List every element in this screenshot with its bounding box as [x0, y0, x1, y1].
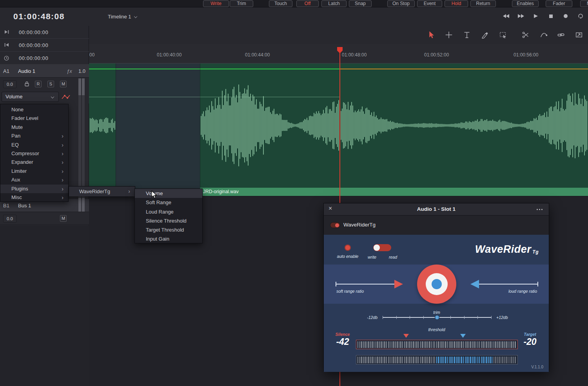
ruler-tick: 01:00:40:00 — [157, 52, 181, 58]
trim-slider[interactable] — [383, 315, 492, 320]
threshold-meter[interactable] — [356, 340, 518, 349]
trim-label: trim — [417, 310, 456, 315]
automation-param-row: Volume — [0, 91, 89, 103]
razor-tool-button[interactable] — [461, 29, 473, 41]
range-select-tool-button[interactable] — [497, 29, 509, 41]
automation-off-button[interactable]: Off — [296, 0, 319, 7]
auto-enable-button[interactable] — [345, 245, 351, 251]
position-lock-tool-button[interactable] — [573, 29, 585, 41]
automation-event-button[interactable]: Event — [417, 0, 442, 7]
menu-item-soft-range[interactable]: Soft Range — [135, 198, 202, 207]
pen-tool-button[interactable] — [479, 29, 491, 41]
record-arm-button[interactable]: R — [35, 81, 42, 87]
link-tool-button[interactable] — [555, 29, 567, 41]
menu-item-misc[interactable]: Misc — [0, 193, 68, 202]
bus-level-field[interactable]: 0.0 — [3, 215, 16, 223]
loud-range-ratio-label: loud range ratio — [508, 289, 537, 294]
play-button[interactable] — [532, 13, 540, 19]
timecode-row: 00:00:00:00 — [0, 52, 89, 65]
automation-touch-button[interactable]: Touch — [269, 0, 292, 7]
playhead-marker[interactable] — [337, 47, 343, 53]
track-gain-value: 1.0 — [78, 68, 85, 74]
loud-range-line — [479, 284, 538, 285]
menu-item-limiter[interactable]: Limiter — [0, 167, 68, 176]
fast-forward-button[interactable] — [517, 13, 525, 19]
menu-item-silence-threshold[interactable]: Silence Threshold — [135, 216, 202, 225]
waverider-submenu: Volume Soft Range Loud Range Silence Thr… — [134, 188, 203, 243]
automation-line-written[interactable] — [89, 69, 340, 69]
timeline-selector-label: Timeline 1 — [108, 14, 131, 20]
automation-mute-button[interactable]: M — [580, 0, 588, 7]
automation-latch-button[interactable]: Latch — [321, 0, 347, 7]
menu-item-plugins[interactable]: Plugins — [0, 185, 68, 193]
menu-item-none[interactable]: None — [0, 105, 68, 114]
automation-curve-tool-button[interactable] — [538, 29, 550, 41]
mute-button[interactable]: M — [60, 81, 67, 87]
menu-item-fader-level[interactable]: Fader Level — [0, 114, 68, 123]
bus-mute-button[interactable]: M — [60, 215, 67, 222]
write-read-toggle[interactable] — [373, 244, 391, 251]
automation-snap-button[interactable]: Snap — [349, 0, 372, 7]
scissors-tool-button[interactable] — [520, 29, 532, 41]
pointer-tool-button[interactable] — [425, 29, 437, 41]
menu-item-expander[interactable]: Expander — [0, 158, 68, 167]
automation-fader-button[interactable]: Fader — [546, 0, 572, 7]
plugin-window-titlebar[interactable]: × Audio 1 - Slot 1 — [324, 203, 549, 216]
automation-line-pending[interactable] — [340, 69, 588, 69]
automation-curve-icon[interactable] — [61, 94, 71, 100]
ruler-tick: 01:00:52:00 — [424, 52, 449, 58]
stop-button[interactable] — [546, 13, 555, 19]
clock-icon[interactable] — [4, 56, 9, 61]
skip-to-start-icon[interactable] — [4, 43, 9, 47]
loud-range-tick — [537, 282, 538, 286]
soft-range-handle[interactable] — [394, 280, 403, 288]
automation-trim-button[interactable]: Trim — [230, 0, 253, 7]
automation-parameter-menu: None Fader Level Mute Pan EQ Compressor … — [0, 104, 69, 202]
target-threshold-marker[interactable] — [460, 334, 466, 338]
menu-item-loud-range[interactable]: Loud Range — [135, 207, 202, 216]
menu-item-target-threshold[interactable]: Target Threshold — [135, 225, 202, 234]
bus-name: Bus 1 — [18, 203, 31, 208]
window-options-icon[interactable] — [537, 209, 543, 210]
automation-return-button[interactable]: Return — [470, 0, 496, 7]
automation-parameter-select[interactable]: Volume — [2, 92, 59, 102]
bus-controls-row: 0.0 M — [0, 212, 89, 225]
menu-item-aux[interactable]: Aux — [0, 176, 68, 184]
ruler-tick: 01:00:56:00 — [514, 52, 538, 58]
trim-tool-button[interactable] — [443, 29, 455, 41]
plugin-version: V.1.1.0 — [531, 365, 543, 369]
clip-name-bar[interactable]: JRD-original.wav — [200, 188, 588, 196]
menu-item-volume[interactable]: Volume — [135, 189, 202, 198]
menu-item-waveridertg[interactable]: WaveRiderTg — [69, 187, 135, 196]
rewind-button[interactable] — [502, 13, 510, 19]
silence-threshold-marker[interactable] — [403, 334, 409, 338]
menu-item-compressor[interactable]: Compressor — [0, 149, 68, 158]
automation-onstop-button[interactable]: On Stop — [387, 0, 415, 7]
track-name: Audio 1 — [18, 68, 35, 74]
plugin-bypass-toggle[interactable] — [330, 222, 340, 228]
lock-icon[interactable] — [24, 81, 29, 87]
range-ratio-panel: soft range ratio loud range ratio — [324, 265, 549, 304]
solo-button[interactable]: S — [47, 81, 54, 87]
edit-tools-row — [89, 26, 588, 44]
timeline-selector[interactable]: Timeline 1 — [108, 14, 137, 20]
volume-automation-curve[interactable] — [89, 97, 340, 97]
track-header-audio1[interactable]: A1 Audio 1 ƒx 1.0 — [0, 65, 89, 78]
target-ring[interactable] — [417, 265, 456, 304]
chevron-down-icon — [134, 15, 137, 18]
skip-to-end-icon[interactable] — [4, 30, 9, 34]
track-id: A1 — [3, 68, 9, 74]
loud-range-handle[interactable] — [470, 280, 479, 288]
automation-write-button[interactable]: Write — [203, 0, 229, 7]
menu-item-eq[interactable]: EQ — [0, 141, 68, 149]
menu-item-pan[interactable]: Pan — [0, 132, 68, 140]
menu-item-input-gain[interactable]: Input Gain — [135, 234, 202, 243]
track-level-field[interactable]: 0.0 — [3, 80, 16, 88]
fx-indicator[interactable]: ƒx — [67, 68, 72, 74]
loop-button[interactable] — [576, 13, 585, 19]
automation-enables-button[interactable]: Enables — [512, 0, 539, 7]
automation-hold-button[interactable]: Hold — [445, 0, 468, 7]
record-button[interactable] — [561, 13, 570, 19]
auto-enable-label: auto enable — [334, 254, 361, 259]
menu-item-mute[interactable]: Mute — [0, 123, 68, 132]
